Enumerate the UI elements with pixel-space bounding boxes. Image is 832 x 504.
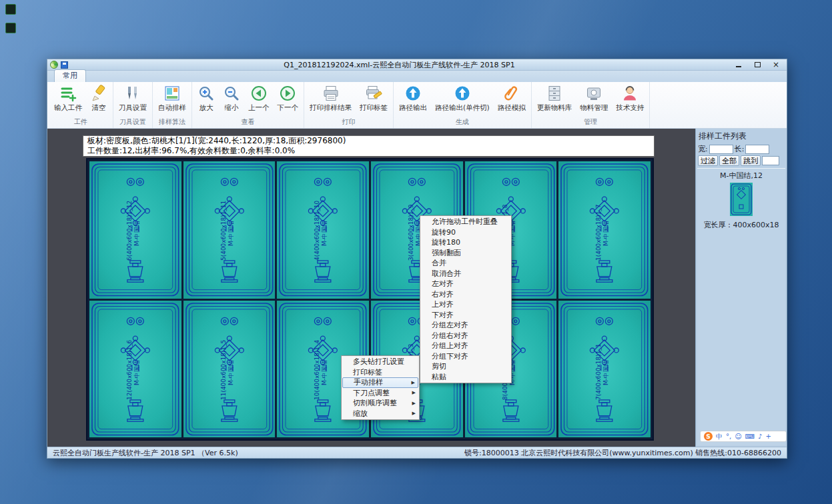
jump-input[interactable] <box>762 156 779 165</box>
desktop-icon[interactable] <box>5 23 16 33</box>
context-menu-item[interactable]: 打印标签▶ <box>342 367 418 378</box>
ring-motif <box>315 178 332 185</box>
submenu-item[interactable]: 上对齐 <box>421 299 510 310</box>
menu-item-label: 上对齐 <box>432 299 508 309</box>
path-simulate-button[interactable]: 路径模拟 <box>494 83 530 117</box>
desktop-icon[interactable] <box>5 4 16 15</box>
submenu-item[interactable]: 左对齐 <box>421 279 510 289</box>
status-bar: 云熙全自动门板生产线软件-生产 2018 SP1 （Ver 6.5k) 锁号:1… <box>47 447 787 458</box>
submenu-item[interactable]: 旋转180 <box>421 237 510 248</box>
sheet-info-line2: 工件数量:12,出材率:96.7%,有效余料数量:0,余料率:0.0% <box>87 146 650 156</box>
vase-motif <box>315 261 331 282</box>
auto-nest-button[interactable]: 自动排样 <box>154 83 190 117</box>
minimize-button[interactable] <box>731 60 747 69</box>
path-output-button[interactable]: 路径输出 <box>395 83 431 117</box>
toolbar-button-label: 路径输出(单件切) <box>435 103 490 113</box>
context-menu-item[interactable]: 切割顺序调整▶ <box>342 398 418 409</box>
toolbar-group: 输入工件清空工件 <box>49 82 113 128</box>
toolbar-group: 更新物料库物料管理技术支持管理 <box>532 82 651 128</box>
submenu-item[interactable]: 取消合并 <box>421 269 510 279</box>
menu-item-label: 多头钻打孔设置 <box>353 357 410 367</box>
toolbar-button-label: 下一个 <box>278 103 299 113</box>
vase-motif <box>222 261 238 282</box>
context-menu-item[interactable]: 下刀点调整▶ <box>342 388 418 399</box>
ime-tool-icon[interactable]: °, <box>726 431 731 441</box>
zoom-out-button[interactable]: 缩小 <box>219 83 244 117</box>
submenu-item[interactable]: 分组上对齐 <box>421 341 510 351</box>
panel[interactable]: 5(400x600x18)1_11 M-中国结 <box>183 161 276 299</box>
submenu-item[interactable]: 右对齐 <box>421 289 510 300</box>
submenu-arrow-icon: ▶ <box>412 380 415 385</box>
context-menu-item[interactable]: 手动排样▶ <box>342 377 418 388</box>
print-label-button[interactable]: 打印标签 <box>356 83 392 117</box>
menu-item-label: 手动排样 <box>354 377 409 387</box>
context-menu: 多头钻打孔设置▶打印标签▶手动排样▶下刀点调整▶切割顺序调整▶缩放▶ <box>341 355 420 420</box>
material-manage-button[interactable]: 物料管理 <box>576 83 612 117</box>
all-button[interactable]: 全部 <box>719 155 739 166</box>
workpiece-item-caption[interactable]: M-中国结,12 <box>720 171 763 181</box>
save-icon[interactable] <box>61 61 68 69</box>
panel[interactable]: 4(400x600x18)1_10 M-中国结 <box>277 161 369 299</box>
ime-tool-icon[interactable]: + <box>765 431 771 441</box>
path-output-icon <box>404 85 422 102</box>
ime-tool-icon[interactable]: ♪ <box>758 431 762 441</box>
panel[interactable]: 1(400x600x18)1_7 M-中国结 <box>558 161 651 299</box>
workpiece-thumbnail[interactable] <box>730 183 753 216</box>
path-output-single-icon <box>454 85 471 102</box>
panel[interactable]: 12(400x600x18)1_6 M-中国结 <box>89 301 181 438</box>
app-logo-icon[interactable] <box>50 61 58 69</box>
width-input[interactable] <box>709 145 733 154</box>
length-label: 长: <box>735 144 745 154</box>
next-button[interactable]: 下一个 <box>274 83 303 117</box>
ribbon-tabs: 常用 <box>47 71 787 82</box>
previous-button[interactable]: 上一个 <box>244 83 274 117</box>
submenu-item[interactable]: 剪切 <box>421 361 510 372</box>
length-input[interactable] <box>745 145 769 154</box>
update-material-lib-button[interactable]: 更新物料库 <box>533 83 576 117</box>
submenu-item[interactable]: 分组左对齐 <box>421 320 510 331</box>
toolbar-button-label: 自动排样 <box>158 103 186 113</box>
panel[interactable]: 11(400x600x18)1_5 M-中国结 <box>183 301 276 438</box>
clear-button[interactable]: 清空 <box>86 83 111 117</box>
submenu-item[interactable]: 旋转90 <box>421 227 510 238</box>
panel-name-label: M-中国结 <box>133 221 140 246</box>
tab-common[interactable]: 常用 <box>54 69 86 82</box>
maximize-button[interactable] <box>749 60 765 69</box>
ime-tool-icon[interactable]: ☺ <box>735 431 741 441</box>
print-nest-result-button[interactable]: 打印排样结果 <box>306 83 356 117</box>
context-menu-item[interactable]: 多头钻打孔设置▶ <box>342 357 418 367</box>
toolbar-group: 打印排样结果打印标签打印 <box>304 82 394 128</box>
path-output-single-button[interactable]: 路径输出(单件切) <box>431 83 494 117</box>
zoom-in-button[interactable]: 放大 <box>193 83 219 117</box>
ime-tool-icon[interactable]: 中 <box>716 431 723 441</box>
input-workpiece-button[interactable]: 输入工件 <box>50 83 86 117</box>
rotate-submenu: 允许拖动工件时重叠旋转90旋转180强制翻面合并取消合并左对齐右对齐上对齐下对齐… <box>420 215 512 383</box>
ring-motif <box>221 317 238 325</box>
nesting-canvas[interactable]: 板材:密度板,颜色:胡桃木[1/1](宽:2440,长:1220,厚:18,面积… <box>47 129 695 447</box>
submenu-item[interactable]: 允许拖动工件时重叠 <box>421 217 510 227</box>
path-simulate-icon <box>503 85 520 102</box>
tech-support-button[interactable]: 技术支持 <box>612 83 648 117</box>
context-menu-item[interactable]: 缩放▶ <box>342 409 418 419</box>
filter-button[interactable]: 过滤 <box>698 155 718 166</box>
panel[interactable]: 7(400x600x18)1_1 M-中国结 <box>558 301 651 438</box>
submenu-item[interactable]: 强制翻面 <box>421 248 510 259</box>
submenu-item[interactable]: 合并 <box>421 258 510 269</box>
submenu-item[interactable]: 下对齐 <box>421 310 510 321</box>
close-button[interactable]: × <box>768 60 784 69</box>
minimize-icon <box>736 66 741 67</box>
tool-settings-icon <box>124 85 141 102</box>
ring-motif <box>127 317 143 325</box>
submenu-item[interactable]: 分组右对齐 <box>421 331 510 341</box>
menu-item-label: 切割顺序调整 <box>353 398 410 408</box>
ime-tool-icon[interactable]: ⌨ <box>745 431 755 441</box>
submenu-item[interactable]: 分组下对齐 <box>421 351 510 362</box>
panel[interactable]: 6(400x600x18)1_12 M-中国结 <box>89 161 181 299</box>
toolbar-group: 路径输出路径输出(单件切)路径模拟生成 <box>394 82 532 128</box>
dims-value: 400x600x18 <box>733 221 779 229</box>
ime-logo-icon[interactable]: S <box>704 432 713 441</box>
jump-button[interactable]: 跳到 <box>741 155 761 166</box>
tool-settings-button[interactable]: 刀具设置 <box>115 83 151 117</box>
submenu-item[interactable]: 粘贴 <box>421 372 510 383</box>
ring-motif <box>596 178 613 185</box>
